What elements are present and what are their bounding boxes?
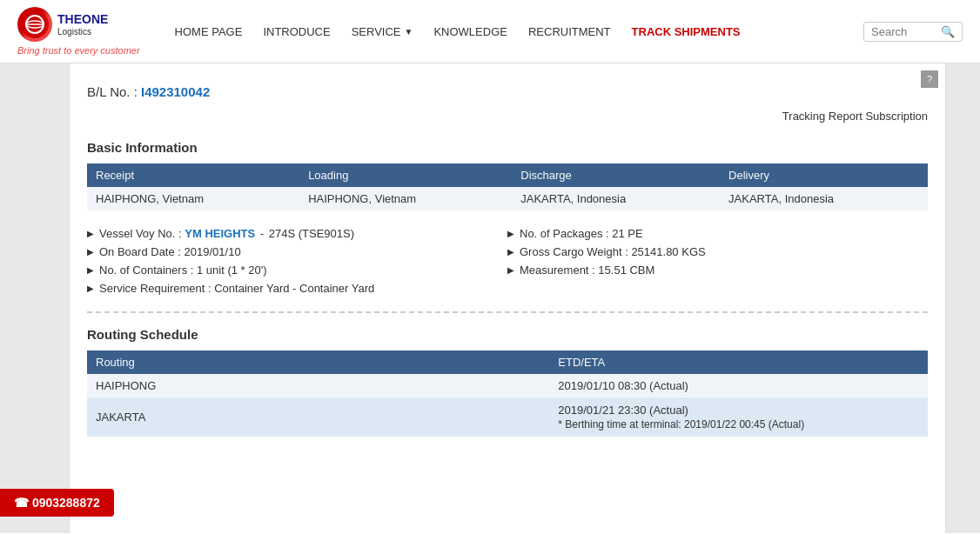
detail-onboard: ▶ On Board Date : 2019/01/10 [87, 243, 507, 261]
detail-containers: ▶ No. of Containers : 1 unit (1 * 20') [87, 261, 507, 279]
details-right: ▶ No. of Packages : 21 PE ▶ Gross Cargo … [507, 224, 928, 297]
left-sidebar [0, 63, 70, 533]
col-discharge: Discharge [512, 164, 720, 187]
right-sidebar [945, 63, 980, 533]
chevron-down-icon: ▼ [405, 27, 413, 37]
detail-packages: ▶ No. of Packages : 21 PE [507, 224, 928, 243]
bullet-icon: ▶ [507, 229, 514, 238]
bullet-icon: ▶ [507, 265, 514, 275]
routing-jakarta: JAKARTA [87, 398, 549, 437]
detail-measurement: ▶ Measurement : 15.51 CBM [507, 261, 928, 279]
routing-row-haiphong: HAIPHONG 2019/01/10 08:30 (Actual) [87, 374, 928, 398]
nav-track-shipments[interactable]: TRACK SHIPMENTS [632, 25, 741, 38]
main-nav: HOME PAGE INTRODUCE SERVICE ▼ KNOWLEDGE … [175, 25, 863, 38]
basic-info-title: Basic Information [87, 140, 928, 155]
cell-discharge: JAKARTA, Indonesia [512, 187, 720, 210]
routing-table: Routing ETD/ETA HAIPHONG 2019/01/10 08:3… [87, 350, 928, 437]
routing-col-eta: ETD/ETA [549, 350, 928, 374]
logo-area: THEONE Logistics Bring trust to every cu… [17, 7, 140, 56]
basic-info-table: Receipt Loading Discharge Delivery HAIPH… [87, 164, 928, 210]
logo-name: THEONE [57, 12, 108, 27]
cell-delivery: JAKARTA, Indonesia [720, 187, 928, 210]
cell-receipt: HAIPHONG, Vietnam [87, 187, 299, 210]
logo-text: THEONE Logistics [57, 12, 108, 37]
question-button[interactable]: ? [921, 70, 938, 88]
phone-badge[interactable]: ☎ 0903288872 [0, 489, 114, 517]
nav-recruitment[interactable]: RECRUITMENT [528, 25, 611, 38]
nav-introduce[interactable]: INTRODUCE [263, 25, 330, 38]
bullet-icon: ▶ [507, 247, 514, 257]
logo-tagline: Bring trust to every customer [17, 45, 140, 56]
table-row: HAIPHONG, Vietnam HAIPHONG, Vietnam JAKA… [87, 187, 928, 210]
bullet-icon: ▶ [87, 265, 94, 275]
details-grid: ▶ Vessel Voy No. : YM HEIGHTS - 274S (TS… [87, 224, 928, 297]
section-divider [87, 311, 928, 313]
bl-number: I492310042 [141, 84, 210, 99]
eta-jakarta: 2019/01/21 23:30 (Actual) * Berthing tim… [549, 398, 928, 437]
col-receipt: Receipt [87, 164, 299, 187]
col-loading: Loading [299, 164, 512, 187]
main-container: ? B/L No. : I492310042 Tracking Report S… [0, 63, 980, 533]
search-icon: 🔍 [941, 25, 955, 38]
nav-homepage[interactable]: HOME PAGE [175, 25, 243, 38]
routing-title: Routing Schedule [87, 327, 928, 342]
tracking-report-link[interactable]: Tracking Report Subscription [87, 106, 928, 133]
bullet-icon: ▶ [87, 229, 94, 238]
nav-service[interactable]: SERVICE ▼ [352, 25, 413, 38]
logo-sub: Logistics [57, 27, 108, 37]
details-left: ▶ Vessel Voy No. : YM HEIGHTS - 274S (TS… [87, 224, 507, 297]
eta-haiphong: 2019/01/10 08:30 (Actual) [549, 374, 928, 398]
bullet-icon: ▶ [87, 284, 94, 293]
detail-service: ▶ Service Requirement : Container Yard -… [87, 279, 507, 297]
page-header: THEONE Logistics Bring trust to every cu… [0, 0, 980, 63]
col-delivery: Delivery [720, 164, 928, 187]
cell-loading: HAIPHONG, Vietnam [299, 187, 512, 210]
bl-section: B/L No. : I492310042 [87, 70, 928, 106]
routing-row-jakarta: JAKARTA 2019/01/21 23:30 (Actual) * Bert… [87, 398, 928, 437]
routing-haiphong: HAIPHONG [87, 374, 549, 398]
detail-vessel: ▶ Vessel Voy No. : YM HEIGHTS - 274S (TS… [87, 224, 507, 243]
routing-col-routing: Routing [87, 350, 549, 374]
content-area: ? B/L No. : I492310042 Tracking Report S… [70, 63, 945, 533]
search-box[interactable]: 🔍 [863, 22, 963, 42]
detail-weight: ▶ Gross Cargo Weight : 25141.80 KGS [507, 243, 928, 261]
bl-label: B/L No. : [87, 84, 138, 99]
logo-icon [17, 7, 52, 42]
search-input[interactable] [871, 25, 941, 38]
bullet-icon: ▶ [87, 247, 94, 257]
nav-knowledge[interactable]: KNOWLEDGE [433, 25, 507, 38]
berthing-note: * Berthing time at terminal: 2019/01/22 … [558, 418, 919, 431]
